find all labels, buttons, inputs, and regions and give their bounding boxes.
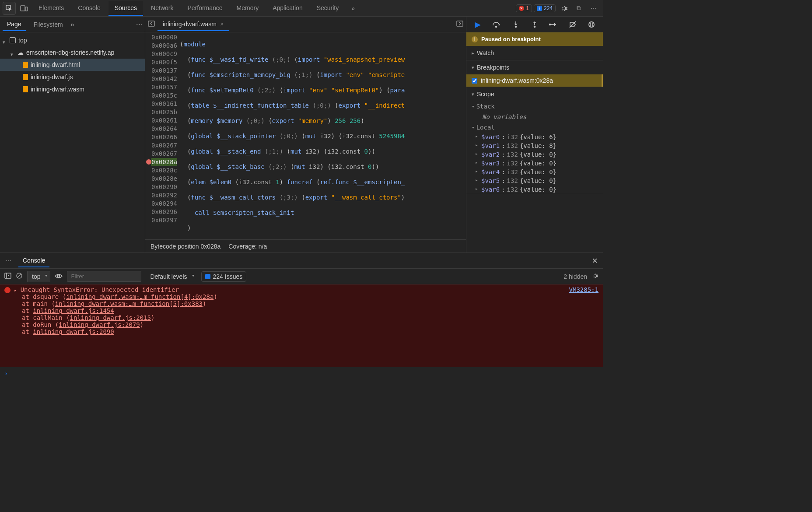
scope-var[interactable]: $var0: i32 {value: 6} — [466, 133, 603, 141]
step-over-button[interactable] — [492, 20, 501, 29]
gutter-addr[interactable]: 0x0028e — [151, 175, 177, 183]
scope-var[interactable]: $var1: i32 {value: 8} — [466, 141, 603, 150]
tree-host-label: emscripten-dbg-stories.netlify.ap — [26, 49, 114, 56]
step-out-button[interactable] — [530, 20, 539, 29]
stack-link[interactable]: inlining-dwarf.js:2090 — [33, 328, 114, 335]
vm-link[interactable]: VM3285:1 — [569, 286, 598, 293]
gutter-addr[interactable]: 0x00266 — [151, 133, 177, 141]
gutter-addr[interactable]: 0x00267 — [151, 141, 177, 150]
breakpoint-checkbox[interactable] — [472, 78, 477, 84]
tree-host[interactable]: ☁emscripten-dbg-stories.netlify.ap — [0, 46, 145, 59]
dock-icon[interactable]: ⧉ — [572, 2, 585, 15]
tab-sources[interactable]: Sources — [108, 1, 143, 16]
deactivate-breakpoints-button[interactable] — [568, 20, 578, 29]
tree-top[interactable]: top — [0, 34, 145, 46]
tab-network[interactable]: Network — [145, 1, 179, 16]
gutter-addr[interactable]: 0x00142 — [151, 75, 177, 83]
inspect-element-icon[interactable] — [3, 2, 16, 15]
gutter-addr[interactable]: 0x00157 — [151, 83, 177, 91]
watch-section[interactable]: Watch — [466, 46, 603, 60]
scope-var[interactable]: $var5: i32 {value: 0} — [466, 176, 603, 185]
console-issues-badge[interactable]: 224 Issues — [201, 271, 247, 282]
gutter-addr[interactable]: 0x00294 — [151, 200, 177, 208]
gutter-addr[interactable]: 0x00261 — [151, 116, 177, 125]
resume-button[interactable]: ▶ — [473, 20, 483, 29]
expand-icon[interactable] — [14, 286, 17, 293]
context-select[interactable]: top — [27, 271, 50, 282]
step-button[interactable] — [549, 20, 558, 29]
kebab-icon[interactable]: ⋯ — [587, 2, 600, 15]
stack-link[interactable]: inlining-dwarf.wasm:…m-function[5]:0x383 — [55, 300, 203, 307]
gutter-addr[interactable]: 0x00290 — [151, 183, 177, 191]
tab-elements[interactable]: Elements — [32, 1, 70, 16]
scope-local[interactable]: Local — [466, 122, 603, 133]
drawer-kebab-icon[interactable]: ⋯ — [3, 257, 14, 264]
tab-memory[interactable]: Memory — [231, 1, 265, 16]
scope-stack[interactable]: Stack — [466, 101, 603, 112]
gutter-addr[interactable]: 0x00297 — [151, 216, 177, 224]
gutter-addr-breakpoint[interactable]: 0x0028a — [151, 158, 177, 166]
gutter-addr[interactable]: 0x00292 — [151, 191, 177, 200]
gutter-addr[interactable]: 0x0025b — [151, 108, 177, 116]
stack-link[interactable]: inlining-dwarf.js:2079 — [59, 321, 140, 328]
scope-section[interactable]: Scope — [466, 87, 603, 101]
pause-exceptions-button[interactable] — [587, 20, 596, 29]
scope-var[interactable]: $var2: i32 {value: 0} — [466, 150, 603, 159]
tab-application[interactable]: Application — [266, 1, 309, 16]
breakpoint-item[interactable]: inlining-dwarf.wasm:0x28a — [466, 74, 603, 87]
gutter-addr[interactable]: 0x00264 — [151, 125, 177, 133]
gutter-addr[interactable]: 0x00161 — [151, 100, 177, 108]
tree-file-wasm[interactable]: inlining-dwarf.wasm — [0, 83, 145, 95]
scope-var[interactable]: $var6: i32 {value: 0} — [466, 185, 603, 194]
console-settings-icon[interactable] — [592, 272, 598, 281]
clear-console-icon[interactable] — [16, 272, 23, 281]
show-debugger-icon[interactable] — [456, 20, 463, 28]
drawer-tab-console[interactable]: Console — [18, 254, 49, 267]
step-into-button[interactable] — [511, 20, 521, 29]
console-sidebar-icon[interactable] — [4, 273, 11, 280]
issues-badge[interactable]: i224 — [534, 4, 556, 12]
subtab-page[interactable]: Page — [3, 18, 26, 31]
stack-link[interactable]: inlining-dwarf.js:2015 — [70, 314, 151, 321]
drawer-close-icon[interactable]: × — [589, 255, 600, 267]
stack-link[interactable]: inlining-dwarf.js:1454 — [33, 307, 114, 314]
file-icon — [23, 86, 28, 92]
settings-icon[interactable] — [557, 2, 570, 15]
log-levels-select[interactable]: Default levels — [146, 271, 196, 282]
scope-var[interactable]: $var3: i32 {value: 0} — [466, 159, 603, 168]
scope-var[interactable]: $var4: i32 {value: 0} — [466, 168, 603, 176]
gutter-addr[interactable]: 0x00137 — [151, 67, 177, 75]
console-prompt[interactable]: › — [0, 367, 603, 379]
show-navigator-icon[interactable] — [148, 20, 155, 28]
svg-rect-4 — [457, 21, 463, 26]
gutter-addr[interactable]: 0x00267 — [151, 150, 177, 158]
more-tabs-icon[interactable]: » — [346, 2, 360, 15]
tab-console[interactable]: Console — [72, 1, 106, 16]
live-expression-icon[interactable] — [55, 273, 63, 280]
more-subtabs-icon[interactable]: » — [71, 21, 74, 28]
tab-performance[interactable]: Performance — [181, 1, 228, 16]
gutter-addr[interactable]: 0x00296 — [151, 208, 177, 216]
paused-banner: i Paused on breakpoint — [466, 32, 603, 46]
hidden-count[interactable]: 2 hidden — [564, 273, 587, 280]
gutter-addr[interactable]: 0x000f5 — [151, 58, 177, 67]
breakpoints-section[interactable]: Breakpoints — [466, 60, 603, 74]
device-toolbar-icon[interactable] — [18, 2, 31, 15]
close-tab-icon[interactable]: × — [220, 21, 224, 28]
tree-file-html[interactable]: inlining-dwarf.html — [0, 59, 145, 71]
stack-link[interactable]: inlining-dwarf.wasm:…m-function[4]:0x28a — [66, 293, 214, 300]
errors-badge[interactable]: ✕1 — [516, 4, 532, 12]
tree-file-js[interactable]: inlining-dwarf.js — [0, 71, 145, 83]
console-filter-input[interactable] — [67, 271, 141, 282]
gutter-addr[interactable]: 0x000a6 — [151, 42, 177, 50]
code-editor[interactable]: 0x00000 0x000a6 0x000c9 0x000f5 0x00137 … — [145, 32, 466, 239]
gutter-addr[interactable]: 0x000c9 — [151, 50, 177, 58]
gutter-addr[interactable]: 0x0015c — [151, 91, 177, 100]
gutter-addr[interactable]: 0x00000 — [151, 33, 177, 42]
tab-security[interactable]: Security — [311, 1, 345, 16]
file-tab-wasm[interactable]: inlining-dwarf.wasm × — [158, 18, 229, 31]
subtab-filesystem[interactable]: Filesystem — [29, 18, 67, 31]
gutter-addr[interactable]: 0x0028c — [151, 166, 177, 175]
console-output[interactable]: VM3285:1 Uncaught SyntaxError: Unexpecte… — [0, 284, 603, 367]
subtab-kebab-icon[interactable]: ⋯ — [136, 21, 142, 28]
